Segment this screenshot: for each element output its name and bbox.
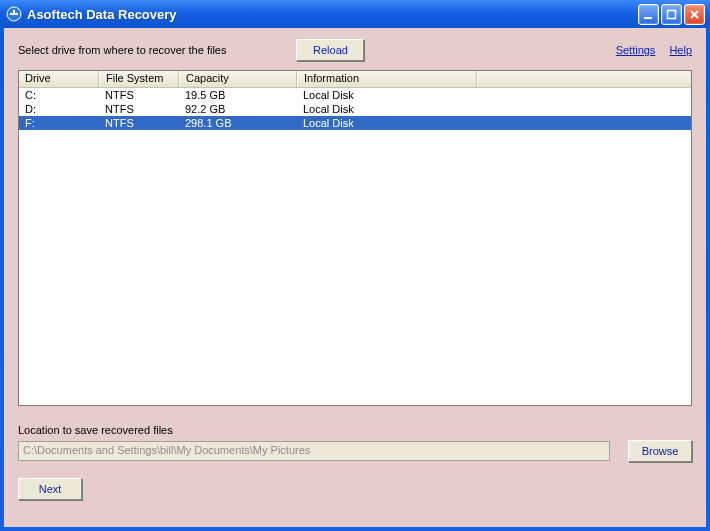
save-location-field: C:\Documents and Settings\bill\My Docume…: [18, 441, 610, 461]
drive-row[interactable]: C:NTFS19.5 GBLocal Disk: [19, 88, 691, 102]
reload-button[interactable]: Reload: [296, 39, 364, 61]
next-button[interactable]: Next: [18, 478, 82, 500]
cell-drive: D:: [19, 102, 99, 116]
select-drive-label: Select drive from where to recover the f…: [18, 44, 226, 56]
close-button[interactable]: [684, 4, 705, 25]
browse-button[interactable]: Browse: [628, 440, 692, 462]
help-link[interactable]: Help: [669, 44, 692, 56]
drive-row[interactable]: D:NTFS92.2 GBLocal Disk: [19, 102, 691, 116]
listview-header[interactable]: Drive File System Capacity Information: [19, 71, 691, 88]
col-header-drive[interactable]: Drive: [19, 71, 99, 87]
cell-cap: 92.2 GB: [179, 102, 297, 116]
cell-fs: NTFS: [99, 116, 179, 130]
cell-info: Local Disk: [297, 102, 477, 116]
col-header-information[interactable]: Information: [297, 71, 477, 87]
maximize-button[interactable]: [661, 4, 682, 25]
drive-row[interactable]: F:NTFS298.1 GBLocal Disk: [19, 116, 691, 130]
app-icon: [6, 6, 22, 22]
listview-body[interactable]: C:NTFS19.5 GBLocal DiskD:NTFS92.2 GBLoca…: [19, 88, 691, 405]
svg-rect-4: [668, 10, 676, 18]
col-header-remainder[interactable]: [477, 71, 691, 87]
cell-info: Local Disk: [297, 88, 477, 102]
drive-listview[interactable]: Drive File System Capacity Information C…: [18, 70, 692, 406]
cell-info: Local Disk: [297, 116, 477, 130]
cell-drive: F:: [19, 116, 99, 130]
titlebar[interactable]: Asoftech Data Recovery: [0, 0, 710, 28]
cell-fs: NTFS: [99, 102, 179, 116]
save-location-label: Location to save recovered files: [18, 424, 692, 436]
cell-drive: C:: [19, 88, 99, 102]
cell-fs: NTFS: [99, 88, 179, 102]
cell-cap: 298.1 GB: [179, 116, 297, 130]
col-header-filesystem[interactable]: File System: [99, 71, 179, 87]
svg-rect-3: [644, 17, 652, 19]
cell-cap: 19.5 GB: [179, 88, 297, 102]
svg-rect-2: [10, 13, 18, 15]
app-window: Asoftech Data Recovery Select drive from…: [0, 0, 710, 531]
client-area: Select drive from where to recover the f…: [4, 28, 706, 527]
minimize-button[interactable]: [638, 4, 659, 25]
settings-link[interactable]: Settings: [616, 44, 656, 56]
col-header-capacity[interactable]: Capacity: [179, 71, 297, 87]
window-title: Asoftech Data Recovery: [27, 7, 638, 22]
